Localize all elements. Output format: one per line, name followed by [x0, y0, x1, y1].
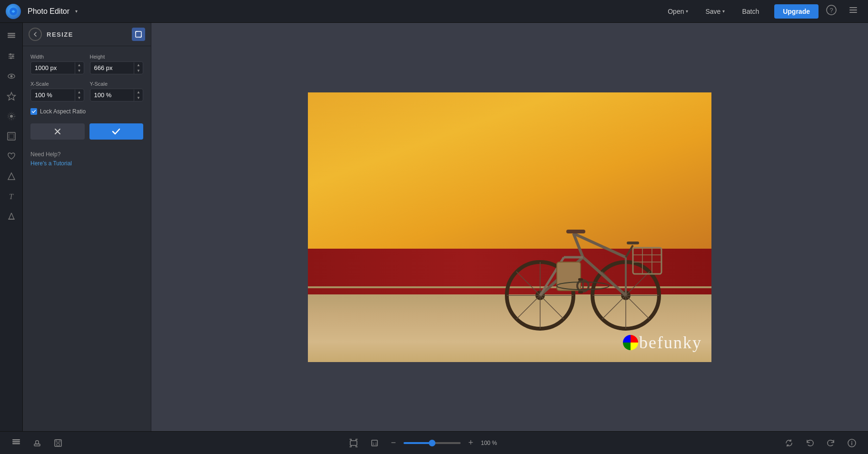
main-area: T RESIZE	[0, 23, 868, 431]
svg-line-48	[626, 295, 650, 319]
svg-point-83	[851, 441, 852, 442]
svg-marker-23	[8, 173, 15, 180]
save-bottom-icon[interactable]	[49, 436, 67, 450]
actual-size-icon[interactable]: 1:1	[366, 436, 383, 450]
yscale-decrement[interactable]: ▼	[134, 95, 143, 101]
svg-rect-21	[8, 132, 15, 140]
svg-point-18	[10, 115, 13, 118]
stamp-bottom-icon[interactable]	[29, 436, 46, 450]
lock-aspect-row: Lock Aspect Ratio	[30, 108, 143, 115]
bicycle-svg	[493, 200, 673, 333]
svg-text:?: ?	[829, 7, 833, 14]
scale-row: X-Scale ▲ ▼ Y-Scale ▲	[30, 81, 143, 101]
svg-rect-25	[8, 219, 15, 220]
icon-sidebar: T	[0, 23, 23, 431]
reset-icon[interactable]	[780, 436, 798, 450]
xscale-decrement[interactable]: ▼	[75, 95, 84, 101]
xscale-input-wrap: ▲ ▼	[30, 89, 84, 101]
app-logo[interactable]	[6, 4, 21, 19]
befunky-text: befunky	[639, 333, 702, 353]
star-icon[interactable]	[3, 88, 20, 105]
height-decrement[interactable]: ▼	[134, 68, 143, 74]
heart-icon[interactable]	[3, 148, 20, 165]
layers-bottom-icon[interactable]	[8, 436, 25, 450]
effects-icon[interactable]	[3, 108, 20, 125]
width-increment[interactable]: ▲	[75, 62, 84, 68]
info-button[interactable]	[843, 436, 860, 450]
layers-icon[interactable]	[3, 28, 20, 45]
width-decrement[interactable]: ▼	[75, 68, 84, 74]
adjustments-icon[interactable]	[3, 48, 20, 65]
bottom-center: 1:1 − + 100 %	[70, 436, 777, 450]
xscale-increment[interactable]: ▲	[75, 90, 84, 95]
svg-line-47	[602, 295, 626, 319]
svg-line-37	[516, 295, 540, 319]
confirm-button[interactable]	[89, 123, 144, 140]
height-input[interactable]	[90, 62, 134, 74]
menu-button[interactable]	[844, 3, 862, 20]
open-button[interactable]: Open ▾	[661, 5, 695, 18]
svg-rect-74	[36, 441, 39, 444]
svg-rect-4	[849, 10, 857, 10]
brush-icon[interactable]	[3, 208, 20, 225]
expand-button[interactable]	[132, 28, 145, 41]
svg-rect-8	[8, 33, 15, 34]
bottom-left	[8, 436, 67, 450]
svg-line-45	[626, 272, 650, 295]
xscale-input[interactable]	[31, 89, 75, 101]
frame-icon[interactable]	[3, 128, 20, 145]
upgrade-button[interactable]: Upgrade	[774, 4, 819, 19]
fit-icon[interactable]	[345, 436, 362, 450]
svg-rect-75	[55, 440, 61, 446]
zoom-out-button[interactable]: −	[387, 436, 400, 450]
svg-line-57	[626, 245, 633, 257]
svg-point-10	[10, 53, 11, 55]
svg-rect-22	[9, 134, 14, 139]
help-button[interactable]: ?	[822, 3, 840, 20]
text-icon[interactable]: T	[3, 188, 20, 205]
svg-rect-67	[578, 278, 583, 281]
svg-line-38	[540, 295, 564, 319]
yscale-input[interactable]	[90, 89, 134, 101]
svg-line-36	[516, 272, 540, 295]
lock-aspect-checkbox[interactable]	[30, 108, 37, 115]
resize-panel-header: RESIZE	[23, 23, 151, 46]
yscale-input-wrap: ▲ ▼	[90, 89, 144, 101]
svg-rect-72	[12, 439, 20, 441]
canvas-area: befunky	[151, 23, 868, 431]
undo-button[interactable]	[801, 436, 819, 450]
width-input[interactable]	[31, 62, 75, 74]
dimensions-row: Width ▲ ▼ Height ▲	[30, 54, 143, 74]
eye-icon[interactable]	[3, 68, 20, 85]
yscale-spinners: ▲ ▼	[134, 90, 143, 101]
save-button[interactable]: Save ▾	[699, 5, 731, 18]
back-button[interactable]	[29, 28, 42, 41]
svg-rect-71	[12, 443, 20, 444]
svg-rect-3	[849, 7, 857, 8]
height-increment[interactable]: ▲	[134, 62, 143, 68]
cancel-button[interactable]	[30, 123, 85, 140]
yscale-increment[interactable]: ▲	[134, 90, 143, 95]
photo-container: befunky	[308, 92, 711, 362]
height-label: Height	[90, 54, 144, 60]
bottom-right	[780, 436, 860, 450]
xscale-label: X-Scale	[30, 81, 84, 87]
batch-button[interactable]: Batch	[735, 5, 766, 18]
redo-button[interactable]	[822, 436, 839, 450]
svg-rect-6	[8, 35, 15, 36]
zoom-in-button[interactable]: +	[464, 436, 477, 450]
yscale-label: Y-Scale	[90, 81, 144, 87]
svg-point-16	[10, 75, 12, 78]
svg-line-26	[9, 213, 11, 219]
svg-rect-68	[578, 291, 583, 293]
xscale-group: X-Scale ▲ ▼	[30, 81, 84, 101]
svg-rect-5	[849, 12, 857, 13]
app-title-chevron[interactable]: ▾	[75, 9, 78, 14]
zoom-slider[interactable]	[404, 442, 461, 444]
help-link[interactable]: Here's a Tutorial	[30, 160, 72, 167]
svg-rect-70	[12, 441, 20, 443]
height-group: Height ▲ ▼	[90, 54, 144, 74]
svg-point-12	[12, 55, 14, 57]
svg-rect-7	[8, 37, 15, 38]
shapes-icon[interactable]	[3, 168, 20, 185]
